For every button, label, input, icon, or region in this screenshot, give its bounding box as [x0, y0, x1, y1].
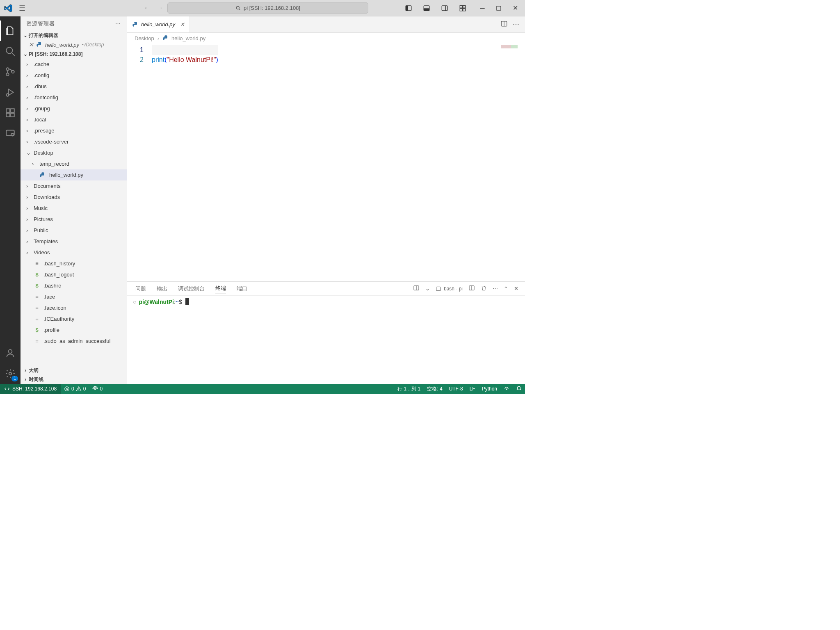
panel-tab-output[interactable]: 输出 — [157, 283, 167, 294]
tree-file[interactable]: ≡.sudo_as_admin_successful — [21, 336, 127, 347]
svg-point-15 — [6, 68, 9, 71]
outline-header[interactable]: ›大纲 — [21, 366, 127, 375]
editor-more-button[interactable]: ⋯ — [513, 21, 519, 28]
panel-tab-debug[interactable]: 调试控制台 — [178, 283, 205, 294]
svg-rect-11 — [463, 8, 466, 11]
python-icon — [162, 35, 169, 41]
activity-extensions[interactable] — [0, 103, 21, 123]
tree-folder[interactable]: ›.config — [21, 70, 127, 81]
minimap[interactable] — [501, 45, 518, 48]
panel-tab-terminal[interactable]: 终端 — [215, 283, 226, 294]
line-gutter: 1 2 — [127, 43, 152, 281]
tab-name: hello_world.py — [141, 21, 175, 27]
tree-folder[interactable]: ›.presage — [21, 125, 127, 136]
tree-folder[interactable]: ›.gnupg — [21, 103, 127, 114]
tree-file[interactable]: $.profile — [21, 324, 127, 336]
tree-file[interactable]: ≡.ICEauthority — [21, 313, 127, 324]
editor-tab[interactable]: hello_world.py ✕ — [127, 16, 190, 32]
folder-root-header[interactable]: ⌄PI [SSH: 192.168.2.108] — [21, 50, 127, 59]
timeline-header[interactable]: ›时间线 — [21, 375, 127, 384]
layout-sidebar-left-icon[interactable] — [400, 0, 417, 16]
tree-file[interactable]: ≡.face.icon — [21, 302, 127, 313]
nav-back-button[interactable]: ← — [144, 4, 151, 12]
tree-folder[interactable]: ›Pictures — [21, 214, 127, 225]
tree-file[interactable]: ≡.bash_history — [21, 258, 127, 269]
terminal-split-icon[interactable] — [413, 285, 420, 292]
activity-explorer[interactable] — [0, 21, 21, 41]
activitybar: 1 — [0, 16, 21, 384]
terminal-new-icon[interactable] — [468, 285, 475, 292]
split-editor-icon[interactable] — [500, 20, 508, 29]
tree-file[interactable]: hello_world.py — [21, 169, 127, 180]
panel-tab-problems[interactable]: 问题 — [135, 283, 146, 294]
tree-folder[interactable]: ›Music — [21, 203, 127, 214]
tree-folder[interactable]: ›.vscode-server — [21, 136, 127, 147]
window-maximize-button[interactable] — [491, 0, 507, 16]
tree-folder[interactable]: ⌄Desktop — [21, 147, 127, 158]
terminal-trash-icon[interactable] — [481, 285, 487, 292]
status-linecol[interactable]: 行 1，列 1 — [394, 386, 424, 393]
status-problems[interactable]: 0 0 — [61, 386, 89, 392]
svg-rect-10 — [460, 8, 462, 11]
panel-more-button[interactable]: ⋯ — [493, 285, 498, 292]
tree-folder[interactable]: ›Downloads — [21, 192, 127, 203]
panel-tab-ports[interactable]: 端口 — [237, 283, 247, 294]
tab-close-button[interactable]: ✕ — [180, 21, 185, 27]
tree-file[interactable]: $.bash_logout — [21, 269, 127, 280]
panel-close-button[interactable]: ✕ — [514, 285, 518, 292]
activity-search[interactable] — [0, 41, 21, 62]
breadcrumb-file[interactable]: hello_world.py — [171, 35, 205, 41]
tree-folder[interactable]: ›.dbus — [21, 81, 127, 92]
sidebar-more-button[interactable]: ⋯ — [115, 21, 121, 27]
tree-folder[interactable]: ›temp_record — [21, 158, 127, 169]
terminal-cursor — [185, 298, 189, 305]
tree-file[interactable]: ≡.face — [21, 291, 127, 302]
status-bell-icon[interactable] — [513, 386, 525, 393]
code-editor[interactable]: 1 2 print("Hello WalnutPi!") — [127, 43, 525, 281]
svg-point-16 — [6, 73, 9, 76]
status-eol[interactable]: LF — [466, 386, 479, 393]
open-editors-header[interactable]: ⌄打开的编辑器 — [21, 31, 127, 40]
svg-point-26 — [9, 349, 12, 353]
layout-sidebar-right-icon[interactable] — [436, 0, 453, 16]
tree-folder[interactable]: ›.fontconfig — [21, 92, 127, 103]
tree-folder[interactable]: ›.local — [21, 114, 127, 125]
svg-point-17 — [11, 71, 14, 73]
layout-customize-icon[interactable] — [454, 0, 471, 16]
status-ports[interactable]: 0 — [89, 386, 106, 392]
terminal-status-icon: ○ — [133, 299, 136, 305]
tree-folder[interactable]: ›.cache — [21, 59, 127, 70]
svg-rect-5 — [424, 8, 429, 10]
terminal-label[interactable]: bash - pi — [436, 286, 463, 292]
activity-debug[interactable] — [0, 82, 21, 103]
tree-folder[interactable]: ›Documents — [21, 180, 127, 192]
activity-account[interactable] — [0, 343, 21, 363]
window-minimize-button[interactable]: ─ — [474, 0, 491, 16]
close-icon[interactable]: ✕ — [29, 41, 34, 48]
search-box[interactable]: pi [SSH: 192.168.2.108] — [167, 2, 368, 14]
tree-folder[interactable]: ›Videos — [21, 247, 127, 258]
breadcrumb-folder[interactable]: Desktop — [135, 35, 154, 41]
terminal-dropdown-icon[interactable]: ⌄ — [425, 285, 430, 292]
status-language[interactable]: Python — [479, 386, 500, 393]
status-encoding[interactable]: UTF-8 — [446, 386, 466, 393]
svg-point-33 — [164, 36, 165, 37]
status-feedback-icon[interactable] — [500, 386, 513, 393]
window-close-button[interactable]: ✕ — [507, 0, 523, 16]
tree-folder[interactable]: ›Public — [21, 225, 127, 236]
status-spaces[interactable]: 空格: 4 — [424, 386, 445, 393]
tree-folder[interactable]: ›Templates — [21, 236, 127, 247]
layout-panel-icon[interactable] — [418, 0, 435, 16]
breadcrumb[interactable]: Desktop › hello_world.py — [127, 33, 525, 43]
activity-scm[interactable] — [0, 62, 21, 82]
menu-button[interactable]: ☰ — [16, 4, 29, 13]
open-editor-item[interactable]: ✕ hello_world.py ~/Desktop — [21, 40, 127, 50]
panel-maximize-button[interactable]: ⌃ — [504, 285, 508, 292]
terminal[interactable]: ○pi@WalnutPi:~$ — [127, 296, 525, 384]
status-remote[interactable]: SSH: 192.168.2.108 — [0, 384, 61, 394]
activity-settings[interactable]: 1 — [0, 363, 21, 384]
activity-remote[interactable] — [0, 123, 21, 144]
tree-file[interactable]: $.bashrc — [21, 280, 127, 291]
nav-forward-button[interactable]: → — [156, 4, 163, 12]
svg-point-29 — [41, 173, 42, 173]
